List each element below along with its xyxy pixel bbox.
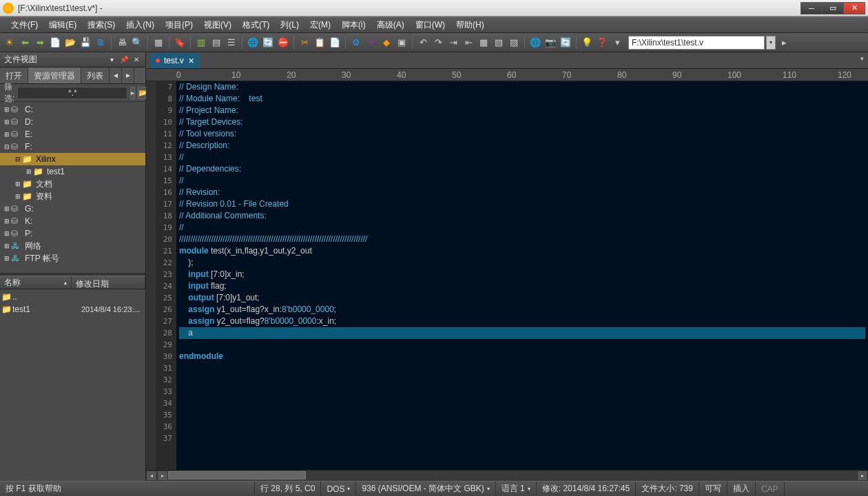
block3-button[interactable]: ▨ bbox=[507, 36, 521, 50]
expander-icon[interactable]: ⊞ bbox=[3, 118, 11, 125]
sidebar-tab[interactable]: 资源管理器 bbox=[28, 68, 81, 83]
code-line[interactable] bbox=[179, 397, 865, 409]
expander-icon[interactable]: ⊞ bbox=[3, 205, 11, 212]
file-tree[interactable]: ⊞⛁C:⊞⛁D:⊞⛁E:⊟⛁F:⊟📁Xilinx⊞📁test1⊞📁文档⊞📁资料⊞… bbox=[0, 102, 145, 273]
path-dropdown[interactable]: ▾ bbox=[766, 36, 776, 50]
preview-button[interactable]: 🔍 bbox=[130, 36, 144, 50]
tip-button[interactable]: 💡 bbox=[580, 36, 594, 50]
stop-button[interactable]: ⛔ bbox=[276, 36, 290, 50]
menu-item[interactable]: 高级(A) bbox=[371, 17, 410, 33]
tab-menu-button[interactable]: ▾ bbox=[860, 55, 864, 62]
tree-row[interactable]: ⊞🖧FTP 帐号 bbox=[0, 252, 145, 265]
code-line[interactable]: // Design Name: bbox=[179, 81, 865, 93]
code-line[interactable]: ////////////////////////////////////////… bbox=[179, 234, 865, 245]
list-button[interactable]: ☰ bbox=[225, 36, 238, 50]
refresh-button[interactable]: 🔄 bbox=[261, 36, 275, 50]
code-line[interactable]: // Dependencies: bbox=[179, 163, 865, 175]
code-line[interactable]: // Revision 0.01 - File Created bbox=[179, 198, 865, 210]
block2-button[interactable]: ▧ bbox=[492, 36, 506, 50]
tree-row[interactable]: ⊞⛁D: bbox=[0, 116, 145, 128]
outdent-button[interactable]: ⇤ bbox=[462, 36, 475, 50]
save-all-button[interactable]: 🗎 bbox=[94, 36, 107, 50]
expander-icon[interactable]: ⊟ bbox=[3, 143, 11, 150]
col-date[interactable]: 修改日期 bbox=[72, 276, 145, 289]
layout-button[interactable]: ▦ bbox=[152, 36, 165, 50]
code-line[interactable] bbox=[179, 421, 865, 433]
menu-item[interactable]: 列(L) bbox=[275, 17, 304, 33]
code-line[interactable]: a bbox=[179, 327, 865, 339]
expander-icon[interactable]: ⊞ bbox=[3, 255, 11, 262]
wrap-button[interactable]: ▤ bbox=[209, 36, 223, 50]
tree-row[interactable]: ⊞⛁C: bbox=[0, 103, 145, 116]
go-button[interactable]: ▸ bbox=[777, 36, 791, 50]
code-line[interactable]: // Module Name: test bbox=[179, 93, 865, 105]
code-line[interactable] bbox=[179, 433, 865, 444]
scroll-left-button[interactable]: ◂ bbox=[146, 471, 157, 481]
tool3-button[interactable]: ◆ bbox=[380, 36, 393, 50]
new-file-button[interactable]: 📄 bbox=[48, 36, 62, 50]
copy-button[interactable]: 📋 bbox=[313, 36, 327, 50]
scroll-right-button[interactable]: ▸ bbox=[857, 471, 868, 481]
expander-icon[interactable]: ⊞ bbox=[14, 193, 22, 200]
code-line[interactable]: output [7:0]y1_out; bbox=[179, 292, 865, 304]
scroll-thumb[interactable] bbox=[168, 471, 306, 479]
code-line[interactable] bbox=[179, 362, 865, 374]
editor-tab[interactable]: test.v ✕ bbox=[150, 53, 200, 68]
expander-icon[interactable]: ⊞ bbox=[3, 230, 11, 237]
panel-pin-button[interactable]: 📌 bbox=[119, 55, 129, 65]
tool4-button[interactable]: ▣ bbox=[395, 36, 409, 50]
tool-button[interactable]: ⚙ bbox=[349, 36, 363, 50]
menu-item[interactable]: 宏(M) bbox=[304, 17, 336, 33]
panel-menu-button[interactable]: ▾ bbox=[107, 55, 116, 65]
code-line[interactable]: // bbox=[179, 175, 865, 187]
scroll-split-button[interactable]: ▸ bbox=[157, 471, 168, 481]
code-line[interactable]: // Target Devices: bbox=[179, 116, 865, 128]
fold-gutter[interactable] bbox=[146, 81, 156, 470]
code-line[interactable]: assign y2_out=flag?8'b0000_0000:x_in; bbox=[179, 316, 865, 327]
web-button[interactable]: 🌐 bbox=[246, 36, 260, 50]
path-dd-button[interactable]: ▾ bbox=[610, 36, 624, 50]
forward-button[interactable]: ➡ bbox=[33, 36, 47, 50]
maximize-button[interactable]: ▭ bbox=[822, 2, 844, 14]
menu-item[interactable]: 脚本(i) bbox=[336, 17, 371, 33]
columns-icon[interactable]: ▥ bbox=[194, 36, 208, 50]
tree-row[interactable]: ⊞⛁P: bbox=[0, 227, 145, 240]
sidebar-tab-arrow[interactable]: ◂ bbox=[110, 68, 122, 83]
code-line[interactable]: // Revision: bbox=[179, 187, 865, 198]
tree-row[interactable]: ⊞📁test1 bbox=[0, 165, 145, 178]
bookmark-button[interactable]: 🔖 bbox=[173, 36, 187, 50]
menu-item[interactable]: 窗口(W) bbox=[410, 17, 451, 33]
code-line[interactable]: ); bbox=[179, 257, 865, 269]
code-line[interactable]: // Description: bbox=[179, 140, 865, 152]
expander-icon[interactable]: ⊟ bbox=[14, 156, 22, 163]
menu-item[interactable]: 项目(P) bbox=[160, 17, 198, 33]
filter-go-button[interactable]: ▸ bbox=[130, 87, 135, 99]
code-line[interactable]: // Project Name: bbox=[179, 105, 865, 116]
expander-icon[interactable]: ⊞ bbox=[3, 131, 11, 138]
menu-item[interactable]: 编辑(E) bbox=[43, 17, 82, 33]
print-button[interactable]: 🖶 bbox=[115, 36, 129, 50]
code-line[interactable]: endmodule bbox=[179, 351, 865, 362]
block-button[interactable]: ▦ bbox=[477, 36, 490, 50]
globe-button[interactable]: 🌐 bbox=[528, 36, 542, 50]
back-button[interactable]: ⬅ bbox=[18, 36, 32, 50]
code-line[interactable]: module test(x_in,flag,y1_out,y2_out bbox=[179, 245, 865, 257]
tree-row[interactable]: ⊞⛁K: bbox=[0, 215, 145, 227]
expander-icon[interactable]: ⊞ bbox=[3, 106, 11, 113]
menu-item[interactable]: 视图(V) bbox=[198, 17, 237, 33]
expander-icon[interactable]: ⊞ bbox=[3, 218, 11, 225]
tree-row[interactable]: ⊟⛁F: bbox=[0, 141, 145, 153]
tree-row[interactable]: ⊟📁Xilinx bbox=[0, 153, 145, 165]
code-line[interactable] bbox=[179, 339, 865, 351]
tool2-button[interactable]: ✦ bbox=[364, 36, 378, 50]
status-codepage[interactable]: 936 (ANSI/OEM - 简体中文 GBK)▾ bbox=[356, 482, 495, 496]
expander-icon[interactable]: ⊞ bbox=[25, 168, 33, 175]
paste-button[interactable]: 📄 bbox=[328, 36, 342, 50]
menu-item[interactable]: 插入(N) bbox=[121, 17, 160, 33]
cut-button[interactable]: ✂ bbox=[298, 36, 311, 50]
code-line[interactable]: input [7:0]x_in; bbox=[179, 269, 865, 280]
help-button[interactable]: ❓ bbox=[595, 36, 609, 50]
code-line[interactable]: // Additional Comments: bbox=[179, 210, 865, 222]
code-line[interactable]: input flag; bbox=[179, 280, 865, 292]
save-button[interactable]: 💾 bbox=[79, 36, 92, 50]
